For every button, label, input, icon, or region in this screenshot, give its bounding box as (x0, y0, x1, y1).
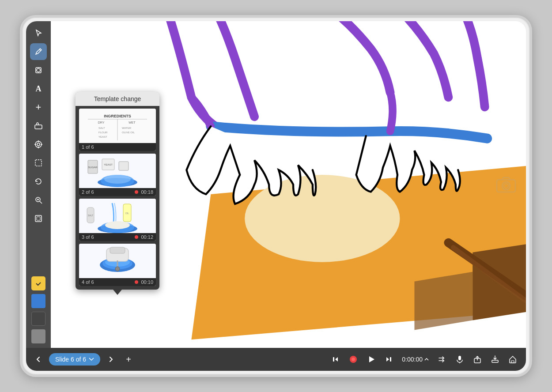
layers-tool[interactable] (30, 210, 47, 227)
svg-text:SALT: SALT (98, 127, 105, 129)
svg-marker-18 (414, 272, 473, 330)
select-tool[interactable] (30, 155, 47, 171)
svg-rect-60 (390, 357, 391, 362)
svg-text:YEAST: YEAST (98, 136, 107, 138)
svg-rect-64 (492, 360, 498, 362)
slide-4-record-dot (135, 280, 138, 284)
slide-3-time: 00:12 (141, 234, 153, 240)
svg-text:OIL: OIL (125, 212, 129, 215)
download-button[interactable] (487, 351, 503, 367)
slide-2-label: 2 of 6 (82, 189, 132, 195)
share-button[interactable] (469, 351, 485, 367)
fast-forward-button[interactable] (381, 351, 397, 367)
text-tool[interactable]: A (30, 80, 47, 97)
camera-watermark (495, 173, 517, 196)
grey-color-swatch[interactable] (31, 329, 45, 343)
svg-point-23 (502, 182, 510, 190)
svg-rect-57 (333, 357, 334, 362)
shape-tool[interactable] (30, 62, 47, 79)
svg-point-49 (105, 221, 130, 229)
shuffle-button[interactable] (434, 351, 450, 367)
zoom-tool[interactable] (30, 192, 47, 208)
eraser-tool[interactable] (30, 117, 47, 134)
svg-point-1 (37, 68, 40, 72)
svg-rect-54 (110, 247, 125, 253)
add-slide-icon: + (126, 354, 131, 365)
play-button[interactable] (363, 351, 379, 367)
undo-tool[interactable] (30, 173, 47, 190)
timer-text: 0:00:00 (402, 356, 423, 363)
slide-3-thumb[interactable]: SALT OIL (79, 199, 156, 241)
svg-text:INGREDIENTS: INGREDIENTS (104, 114, 131, 118)
canvas-area[interactable]: Template change INGREDIENTS DRY WET SALT (51, 21, 526, 348)
slide-indicator-text: Slide 6 of 6 (55, 356, 86, 363)
rewind-button[interactable] (328, 351, 344, 367)
slide-2-time: 00:18 (141, 189, 153, 195)
svg-text:DRY: DRY (98, 121, 105, 124)
svg-text:FLOUR: FLOUR (98, 131, 108, 134)
svg-point-59 (352, 358, 355, 361)
svg-point-56 (115, 267, 120, 271)
next-slide-button[interactable] (104, 352, 118, 366)
svg-point-4 (37, 143, 40, 146)
slide-2-thumb[interactable]: SUGAR YEAST (79, 154, 156, 196)
main-area: A + (26, 21, 526, 348)
svg-point-3 (35, 141, 42, 147)
slide-3-record-dot (135, 235, 138, 239)
bottom-toolbar: Slide 6 of 6 + (26, 348, 526, 371)
svg-rect-39 (119, 162, 129, 170)
device-inner: A + (26, 21, 526, 371)
device-frame: A + (20, 15, 532, 377)
template-change-dropdown: Template change INGREDIENTS DRY WET SALT (76, 92, 159, 290)
prev-slide-button[interactable] (31, 352, 45, 366)
blue-color-swatch[interactable] (31, 294, 45, 308)
side-button[interactable] (20, 188, 22, 204)
slide-4-time: 00:10 (141, 279, 153, 285)
svg-point-42 (104, 175, 131, 184)
svg-point-24 (504, 184, 508, 188)
timer-display[interactable]: 0:00:00 (398, 356, 432, 363)
svg-line-11 (40, 201, 42, 204)
dark-color-swatch[interactable] (31, 312, 45, 326)
slide-4-label: 4 of 6 (82, 279, 132, 285)
slide-1-thumb[interactable]: INGREDIENTS DRY WET SALT FLOUR YEAST WAT… (79, 109, 156, 151)
home-button[interactable] (505, 351, 521, 367)
mic-button[interactable] (452, 351, 468, 367)
dropdown-arrow (113, 290, 122, 295)
svg-rect-61 (458, 356, 461, 360)
slide-4-thumb[interactable]: 4 of 6 00:10 (79, 244, 156, 286)
svg-text:OLIVE OIL: OLIVE OIL (122, 131, 135, 134)
svg-point-19 (245, 175, 400, 262)
svg-text:SALT: SALT (88, 214, 93, 217)
left-toolbar: A + (26, 21, 51, 348)
svg-text:SUGAR: SUGAR (88, 166, 98, 169)
pencil-tool[interactable] (30, 43, 47, 60)
svg-rect-9 (35, 160, 42, 166)
svg-text:WATER: WATER (122, 127, 132, 129)
add-tool[interactable]: + (30, 99, 47, 116)
pointer-tool[interactable] (30, 25, 47, 41)
dropdown-title: Template change (76, 92, 159, 106)
svg-text:WET: WET (129, 121, 136, 124)
svg-rect-14 (35, 215, 42, 222)
svg-rect-15 (37, 217, 40, 220)
slide-3-label: 3 of 6 (82, 234, 132, 240)
svg-text:YEAST: YEAST (104, 163, 113, 166)
transport-controls: 0:00:00 (328, 351, 521, 367)
add-slide-button[interactable]: + (121, 352, 136, 366)
target-tool[interactable] (30, 136, 47, 153)
slide-1-label: 1 of 6 (82, 144, 153, 150)
active-color-swatch[interactable] (31, 276, 45, 290)
svg-rect-2 (35, 125, 42, 129)
slide-indicator[interactable]: Slide 6 of 6 (49, 353, 100, 366)
record-button[interactable] (345, 351, 361, 367)
slide-2-record-dot (135, 190, 138, 194)
